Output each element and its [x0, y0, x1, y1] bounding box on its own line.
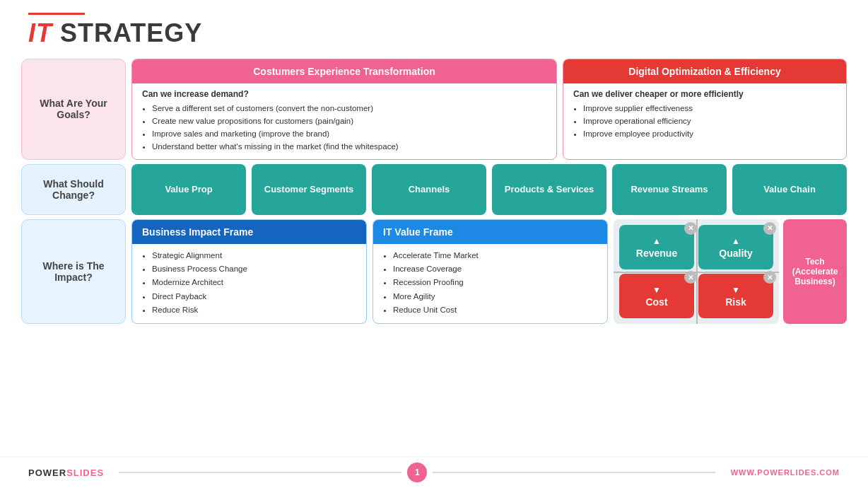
quality-btn[interactable]: ▲ Quality ✕ — [698, 225, 773, 269]
title-it: IT — [28, 18, 52, 47]
main-content: What Are Your Goals? Costumers Experienc… — [0, 54, 868, 456]
list-item: Strategic Alignment — [152, 250, 356, 262]
impact-label: Where is The Impact? — [21, 219, 126, 324]
cost-label: Cost — [645, 296, 667, 308]
list-item: Improve supplier effectiveness — [583, 103, 836, 114]
it-value-body: Accelerate Time Market Increase Coverage… — [373, 244, 607, 323]
tech-label-box: Tech (Accelerate Business) — [783, 219, 847, 324]
list-item: Business Process Change — [152, 263, 356, 275]
business-impact-card: Business Impact Frame Strategic Alignmen… — [131, 219, 367, 324]
list-item: Recession Proofing — [393, 277, 597, 289]
list-item: More Agility — [393, 291, 597, 303]
customers-question: Can we increase demand? — [142, 89, 546, 99]
row-change: What Should Change? Value Prop Customer … — [21, 164, 847, 215]
customers-card-header: Costumers Experience Transformation — [132, 59, 556, 83]
revenue-label: Revenue — [636, 248, 677, 259]
footer-website: WWW.POWERLIDES.COM — [731, 468, 840, 477]
digital-question: Can we deliver cheaper or more efficient… — [573, 89, 836, 99]
list-item: Modernize Architect — [152, 277, 356, 289]
list-item: Reduce Risk — [152, 304, 356, 316]
digital-card-header: Digital Optimization & Efficiency — [563, 59, 846, 83]
digital-list: Improve supplier effectiveness Improve o… — [573, 103, 836, 139]
row-impact: Where is The Impact? Business Impact Fra… — [21, 219, 847, 324]
digital-card: Digital Optimization & Efficiency Can we… — [563, 59, 847, 160]
page-number: 1 — [407, 463, 427, 482]
risk-arrow-down: ▼ — [732, 285, 740, 295]
row-goals: What Are Your Goals? Costumers Experienc… — [21, 59, 847, 160]
footer-line-left — [119, 472, 401, 473]
footer: POWERSLIDES 1 WWW.POWERLIDES.COM — [0, 456, 868, 488]
list-item: Direct Payback — [152, 291, 356, 303]
list-item: Serve a different set of customers (conv… — [152, 103, 546, 114]
list-item: Improve employee productivity — [583, 128, 836, 139]
change-label: What Should Change? — [21, 164, 126, 215]
title-strategy: STRATEGY — [52, 18, 202, 47]
it-value-card: IT Value Frame Accelerate Time Market In… — [373, 219, 608, 324]
cost-arrow-down: ▼ — [652, 285, 661, 295]
risk-label: Risk — [725, 296, 746, 308]
it-value-header: IT Value Frame — [373, 220, 607, 244]
footer-center: 1 — [119, 463, 715, 482]
goals-label: What Are Your Goals? — [21, 59, 126, 160]
cost-btn[interactable]: ▼ Cost ✕ — [619, 274, 694, 318]
digital-card-body: Can we deliver cheaper or more efficient… — [563, 83, 846, 146]
customers-list: Serve a different set of customers (conv… — [142, 103, 546, 152]
goals-content: Costumers Experience Transformation Can … — [131, 59, 847, 160]
impact-content: Business Impact Frame Strategic Alignmen… — [131, 219, 847, 324]
list-item: Increase Coverage — [393, 263, 597, 275]
customers-card: Costumers Experience Transformation Can … — [131, 59, 557, 160]
business-impact-header: Business Impact Frame — [132, 220, 366, 244]
green-buttons: Value Prop Customer Segments Channels Pr… — [131, 164, 847, 215]
list-item: Improve operational efficiency — [583, 115, 836, 127]
footer-line-right — [433, 472, 715, 473]
v-divider — [696, 219, 698, 324]
tech-quadrant: ▲ Revenue ✕ ▲ Quality ✕ ▼ — [614, 219, 847, 324]
quadrant-grid: ▲ Revenue ✕ ▲ Quality ✕ ▼ — [614, 219, 779, 324]
business-impact-list: Strategic Alignment Business Process Cha… — [142, 250, 356, 316]
btn-value-prop[interactable]: Value Prop — [131, 164, 246, 215]
business-impact-body: Strategic Alignment Business Process Cha… — [132, 244, 366, 323]
list-item: Improve sales and marketing (improve the… — [152, 128, 546, 139]
btn-channels[interactable]: Channels — [372, 164, 486, 215]
revenue-btn[interactable]: ▲ Revenue ✕ — [619, 225, 694, 269]
list-item: Reduce Unit Cost — [393, 304, 597, 316]
btn-value-chain[interactable]: Value Chain — [732, 164, 847, 215]
header-line — [28, 13, 85, 15]
brand-slides: SLIDES — [66, 467, 104, 478]
brand: POWERSLIDES — [28, 467, 104, 478]
header: IT STRATEGY — [0, 0, 868, 54]
quality-arrow-up: ▲ — [732, 236, 740, 246]
it-value-list: Accelerate Time Market Increase Coverage… — [383, 250, 597, 316]
quality-label: Quality — [719, 248, 752, 259]
revenue-arrow-up: ▲ — [652, 236, 661, 246]
list-item: Create new value propositions for custom… — [152, 115, 546, 127]
page: IT STRATEGY What Are Your Goals? Costume… — [0, 0, 868, 488]
quality-close-btn[interactable]: ✕ — [763, 222, 776, 235]
list-item: Accelerate Time Market — [393, 250, 597, 262]
revenue-close-btn[interactable]: ✕ — [684, 222, 697, 235]
page-title: IT STRATEGY — [28, 19, 840, 47]
list-item: Understand better what's missing in the … — [152, 141, 546, 152]
customers-card-body: Can we increase demand? Serve a differen… — [132, 83, 556, 159]
btn-products-services[interactable]: Products & Services — [492, 164, 606, 215]
brand-power: POWER — [28, 467, 66, 478]
btn-customer-segments[interactable]: Customer Segments — [252, 164, 366, 215]
btn-revenue-streams[interactable]: Revenue Streams — [612, 164, 727, 215]
risk-btn[interactable]: ▼ Risk ✕ — [698, 274, 773, 318]
